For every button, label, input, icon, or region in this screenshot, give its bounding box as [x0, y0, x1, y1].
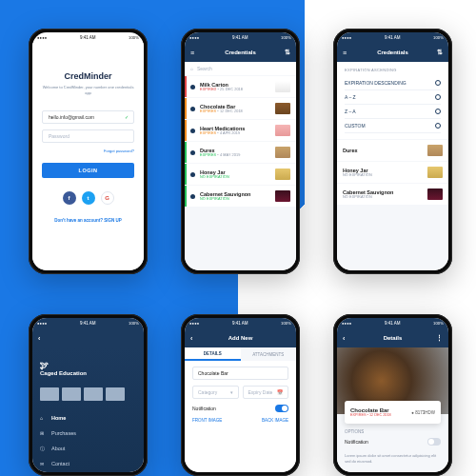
sort-option[interactable]: CUSTOM: [345, 119, 441, 133]
sort-option[interactable]: A – Z: [345, 90, 441, 105]
header: ‹ Details ⋮: [337, 328, 448, 347]
screen-add-new: ●●●● 9:41 AM 100% ‹ Add New DETAILS ATTA…: [185, 318, 296, 472]
more-icon[interactable]: ⋮: [436, 334, 443, 342]
bullet-icon: [190, 85, 195, 89]
phone-drawer: ●●●● 9:41 AM 100% ‹ 🕊 Caged Education ⌂H…: [29, 314, 148, 476]
expiry-field[interactable]: Expiry Date 📅: [243, 386, 289, 399]
item-code: ● 8173HDW: [411, 410, 435, 415]
bullet-icon: [190, 129, 195, 133]
category-field[interactable]: Category ▾: [192, 386, 239, 399]
google-icon[interactable]: G: [101, 191, 114, 205]
signup-link[interactable]: SIGN UP: [104, 218, 122, 223]
screen-sort: ●●●● 9:41 AM 100% ≡ Credentials ⇅ EXPIRA…: [337, 32, 448, 270]
list-item[interactable]: DurexEXPIRES • 4 MAY 2019: [185, 142, 296, 163]
status-bar: ●●●● 9:41 AM 100%: [185, 32, 296, 43]
item-title: Heart Medications: [200, 126, 271, 132]
tab-attachments[interactable]: ATTACHMENTS: [241, 347, 297, 361]
add-form: Chocolate Bar Category ▾ Expiry Date 📅 N…: [185, 361, 296, 428]
menu-icon[interactable]: ≡: [190, 50, 194, 56]
radio-icon: [435, 109, 441, 114]
screen-drawer: ●●●● 9:41 AM 100% ‹ 🕊 Caged Education ⌂H…: [32, 318, 144, 472]
radio-icon: [435, 94, 441, 100]
sort-icon[interactable]: ⇅: [437, 49, 443, 56]
screen-login: ●●●● 9:41 AM 100% CredMinder Welcome to …: [32, 32, 144, 270]
email-value: hello.info@gmail.com: [49, 114, 94, 120]
item-title: Milk Carton: [200, 82, 271, 89]
list-item[interactable]: Honey JarNO EXPIRATION: [185, 164, 296, 185]
menu-icon[interactable]: ≡: [343, 50, 347, 56]
name-field[interactable]: Chocolate Bar: [192, 367, 288, 380]
bullet-icon: [190, 172, 195, 177]
front-image-link[interactable]: FRONT IMAGE: [192, 418, 222, 423]
drawer-item[interactable]: ⓘAbout: [40, 441, 136, 456]
notification-row: Notification: [345, 438, 441, 446]
drawer-item-icon: ⌂: [40, 415, 46, 421]
search-input[interactable]: ⌕ Search: [185, 62, 296, 75]
bullet-icon: [190, 194, 195, 199]
calendar-icon: 📅: [277, 389, 283, 395]
app-tagline: Welcome to CredMinder, your number one c…: [42, 85, 134, 95]
email-field[interactable]: hello.info@gmail.com ✓: [42, 110, 134, 124]
list-item[interactable]: Cabernet SauvignonNO EXPIRATION: [185, 186, 296, 207]
forgot-password-link[interactable]: Forgot password?: [42, 149, 134, 153]
item-status: EXPIRES • 12 DEC 2018: [350, 413, 391, 417]
list-item[interactable]: Durex: [337, 140, 448, 161]
list-item[interactable]: Heart MedicationsEXPIRES • 4 APR 2019: [185, 120, 296, 141]
item-title: Durex: [200, 148, 271, 154]
item-status: NO EXPIRATION: [200, 175, 271, 179]
notification-toggle[interactable]: [275, 405, 288, 412]
item-thumbnail: [275, 103, 290, 114]
sort-option[interactable]: EXPIRATION DESCENDING: [345, 76, 441, 90]
drawer-logo: 🕊 Caged Education: [40, 361, 136, 376]
drawer-item-label: Purchases: [51, 430, 76, 436]
details-content: Chocolate Bar EXPIRES • 12 DEC 2018 ● 81…: [337, 347, 448, 472]
back-icon[interactable]: ‹: [190, 335, 192, 342]
back-image-link[interactable]: BACK IMAGE: [262, 418, 288, 423]
phone-sort: ●●●● 9:41 AM 100% ≡ Credentials ⇅ EXPIRA…: [333, 29, 452, 274]
page-title: Credentials: [225, 50, 256, 55]
drawer-item-label: Home: [51, 415, 66, 421]
phone-credentials-list: ●●●● 9:41 AM 100% ≡ Credentials ⇅ ⌕ Sear…: [181, 29, 300, 274]
list-item[interactable]: Honey JarNO EXPIRATION: [337, 162, 448, 183]
battery-indicator: 100%: [129, 35, 139, 40]
status-bar: ●●●● 9:41 AM 100%: [32, 32, 144, 43]
facebook-icon[interactable]: f: [63, 191, 76, 205]
sort-option[interactable]: Z – A: [345, 105, 441, 119]
nav-drawer: 🕊 Caged Education ⌂Home⊞PurchasesⓘAbout✉…: [32, 347, 144, 472]
back-icon[interactable]: ‹: [343, 335, 345, 342]
list-item[interactable]: Chocolate BarEXPIRES • 12 DEC 2018: [185, 98, 296, 119]
phone-add-new: ●●●● 9:41 AM 100% ‹ Add New DETAILS ATTA…: [181, 314, 300, 476]
password-field[interactable]: Password: [42, 129, 134, 143]
signup-prompt: Don't have an account? SIGN UP: [42, 218, 134, 223]
item-title: Honey Jar: [200, 169, 271, 176]
options-label: OPTIONS: [345, 429, 441, 434]
item-thumbnail: [427, 145, 443, 156]
status-bar: ●●●● 9:41 AM 100%: [337, 32, 448, 43]
item-thumbnail: [275, 81, 290, 92]
header: ≡ Credentials ⇅: [185, 43, 296, 62]
drawer-item[interactable]: ⌂Home: [40, 410, 136, 426]
list-item[interactable]: Cabernet SauvignonNO EXPIRATION: [337, 184, 448, 205]
hero-image: Chocolate Bar EXPIRES • 12 DEC 2018 ● 81…: [337, 347, 448, 414]
status-time: 9:41 AM: [80, 35, 96, 40]
notification-toggle-row: Notification: [192, 405, 288, 412]
item-status: EXPIRES • 4 MAY 2019: [200, 153, 271, 157]
item-thumbnail: [427, 167, 443, 178]
tab-details[interactable]: DETAILS: [185, 347, 241, 361]
notification-toggle[interactable]: [427, 438, 441, 446]
login-button[interactable]: LOGIN: [42, 163, 134, 178]
app-brand: CredMinder: [42, 71, 134, 81]
drawer-item-icon: ⊞: [40, 430, 46, 436]
drawer-item[interactable]: ⊞Purchases: [40, 426, 136, 441]
drawer-item[interactable]: ✉Contact: [40, 456, 136, 471]
item-status: NO EXPIRATION: [200, 197, 271, 201]
item-status: EXPIRED • 25 DEC 2018: [200, 88, 271, 91]
sort-panel: EXPIRATION ASCENDING EXPIRATION DESCENDI…: [337, 62, 448, 139]
back-icon[interactable]: ‹: [38, 335, 40, 342]
item-status: EXPIRES • 4 APR 2019: [200, 131, 271, 135]
list-item[interactable]: Milk CartonEXPIRED • 25 DEC 2018: [185, 76, 296, 97]
page-title: Details: [384, 335, 403, 341]
sort-icon[interactable]: ⇅: [285, 49, 290, 56]
drawer-thumbnails[interactable]: [40, 387, 136, 401]
twitter-icon[interactable]: t: [82, 191, 95, 205]
